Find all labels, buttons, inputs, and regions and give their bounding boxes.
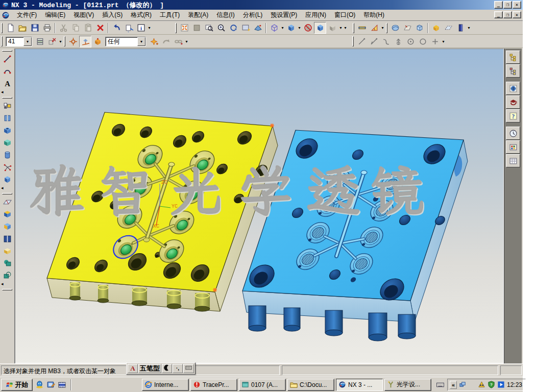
view-toolbar-more-dropdown[interactable]: ▾ (343, 26, 348, 30)
cut-button[interactable] (57, 22, 69, 34)
exit-module-button[interactable] (454, 22, 467, 34)
save-button[interactable] (29, 22, 41, 34)
snap-point-button[interactable] (46, 36, 58, 47)
close-button[interactable]: ✕ (513, 1, 521, 9)
toolbar-grip[interactable] (386, 23, 387, 33)
perspective-button[interactable] (252, 22, 264, 34)
arc-button[interactable] (380, 36, 392, 47)
toolbar-grip[interactable] (2, 50, 12, 52)
help-button[interactable] (506, 109, 520, 122)
menu-window[interactable]: 窗口(O) (330, 9, 359, 21)
boss-button[interactable] (1, 173, 13, 185)
history-button[interactable] (506, 127, 520, 140)
palettes-button[interactable] (506, 140, 520, 154)
snap-angle-button[interactable] (148, 36, 160, 47)
collapse-arrow-icon[interactable]: ◂ (1, 89, 4, 95)
wireframe-display-button[interactable] (268, 22, 280, 34)
menu-information[interactable]: 信息(I) (212, 9, 238, 21)
delete-button[interactable] (94, 22, 106, 34)
child-restore-button[interactable]: ❐ (503, 11, 512, 18)
shaded-dropdown[interactable]: ▾ (297, 26, 302, 30)
orient-csys-button[interactable] (91, 36, 104, 47)
ime-punctuation-button[interactable]: ·, (173, 364, 183, 373)
new-file-button[interactable] (4, 22, 16, 34)
collapse-arrow-icon[interactable]: ◂ (1, 185, 4, 191)
menu-preferences[interactable]: 预设置(P) (266, 9, 301, 21)
taskbar-task-4[interactable]: NX 3 - ... (336, 379, 383, 391)
repeat-command-button[interactable] (123, 22, 135, 34)
menu-tools[interactable]: 工具(T) (156, 9, 184, 21)
title-bar[interactable]: NX 3 - Modeling - [0121.prt （修改的） ] _ ❐ … (0, 0, 523, 10)
menu-file[interactable]: 文件(F) (13, 9, 41, 21)
render-style-dropdown[interactable]: ▾ (338, 26, 343, 30)
language-bar-button[interactable] (434, 379, 446, 390)
point-button[interactable] (429, 36, 441, 47)
pan-view-button[interactable] (239, 22, 252, 34)
child-close-button[interactable]: ✕ (513, 11, 521, 18)
layer-settings-button[interactable] (34, 36, 46, 47)
zoom-box-button[interactable] (203, 22, 215, 34)
toolbar-grip[interactable] (64, 36, 65, 46)
selection-filter-combo-arrow[interactable]: ▾ (137, 37, 145, 46)
datum-csys-button[interactable] (1, 161, 13, 173)
taskbar-task-2[interactable]: 0107 (A... (239, 379, 286, 391)
selection-filter-combo[interactable]: 任何▾ (105, 37, 146, 46)
part-navigator-button[interactable] (506, 64, 520, 78)
sketch-button[interactable] (1, 195, 13, 208)
toolbar-grip[interactable] (175, 23, 177, 33)
selection-toolbar-more-dropdown[interactable]: ▾ (184, 39, 189, 44)
text-button[interactable] (1, 77, 13, 89)
curvature-analysis-button[interactable] (413, 22, 426, 34)
taskbar-task-3[interactable]: C:\Docu... (287, 379, 334, 391)
ime-fullhalf-button[interactable] (162, 364, 172, 373)
taskbar-task-5[interactable]: 光学设... (384, 379, 431, 391)
hole-button[interactable] (1, 124, 13, 136)
menu-edit[interactable]: 编辑(E) (41, 9, 69, 21)
open-file-button[interactable] (16, 22, 29, 34)
basic-curve-line-button[interactable] (355, 36, 368, 47)
polyline-button[interactable] (368, 36, 380, 47)
security-shield-icon[interactable] (488, 381, 495, 388)
child-minimize-button[interactable]: _ (494, 11, 503, 18)
circle-center-button[interactable] (404, 36, 417, 47)
minimize-button[interactable]: _ (494, 1, 503, 9)
ime-method-button[interactable]: 五笔型 (138, 364, 161, 373)
hidden-edges-button[interactable] (302, 22, 314, 34)
pattern-feature-button[interactable] (1, 100, 13, 112)
circle-button[interactable] (417, 36, 429, 47)
menu-assemblies[interactable]: 装配(A) (184, 9, 212, 21)
media-tray-icon[interactable] (497, 381, 505, 388)
measure-angle-button[interactable] (368, 22, 380, 34)
fit-view-button[interactable] (178, 22, 190, 34)
spreadsheet-button[interactable] (506, 154, 520, 167)
sketch-arc-button[interactable] (1, 65, 13, 77)
graphics-viewport[interactable]: ZC YC XC 雅智光学透镜 (15, 48, 504, 363)
subtract-button[interactable] (1, 269, 13, 281)
cavity-layout-button[interactable] (1, 244, 13, 257)
zoom-to-selection-button[interactable] (190, 22, 203, 34)
draft-analysis-button[interactable] (401, 22, 413, 34)
block-button[interactable] (1, 136, 13, 149)
point-on-axis-button[interactable] (392, 36, 404, 47)
network-status-icon[interactable] (459, 381, 467, 388)
extrude-button[interactable] (1, 112, 13, 124)
media-player-icon[interactable] (58, 380, 66, 389)
training-button[interactable] (506, 95, 520, 109)
menu-analysis[interactable]: 分析(L) (239, 9, 267, 21)
shaded-display-button[interactable] (285, 22, 297, 34)
toolbar-grip[interactable] (2, 193, 12, 194)
mold-wizard-button[interactable] (1, 232, 13, 244)
toolbar-grip[interactable] (352, 36, 354, 46)
curve-toolbar-more-dropdown[interactable]: ▾ (441, 39, 446, 44)
antivirus-icon[interactable] (478, 381, 485, 388)
trim-body-button[interactable] (1, 208, 13, 220)
taskbar-task-1[interactable]: TracePr... (190, 379, 237, 391)
copy-button[interactable] (69, 22, 82, 34)
snap-point-dropdown[interactable]: ▾ (58, 39, 63, 44)
show-desktop-icon[interactable] (46, 380, 55, 389)
undo-button[interactable] (110, 22, 123, 34)
sketch-line-button[interactable] (1, 53, 13, 65)
rotate-view-button[interactable] (227, 22, 239, 34)
dynamic-csys-button[interactable] (79, 36, 91, 47)
ime-language-button[interactable]: A (128, 364, 138, 373)
